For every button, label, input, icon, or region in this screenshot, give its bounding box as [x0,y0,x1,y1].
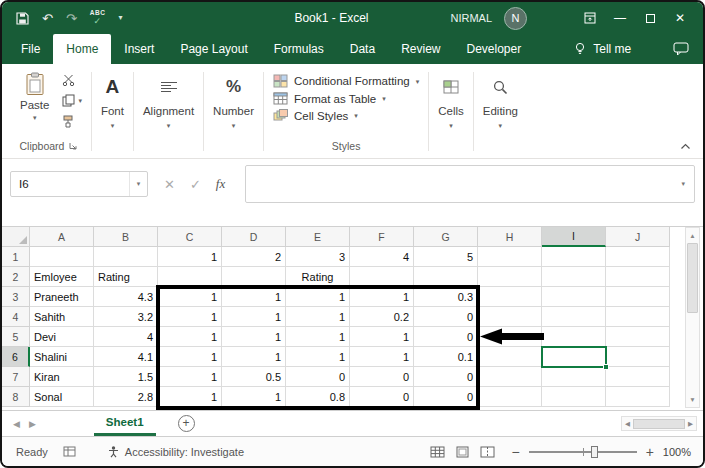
cell-F6[interactable]: 1 [350,347,414,367]
cell-B5[interactable]: 4 [94,327,158,347]
cell-I3[interactable] [542,287,606,307]
save-icon[interactable] [16,12,29,25]
cell-A7[interactable]: Kiran [30,367,94,387]
sheet-nav-right-icon[interactable]: ▶ [29,419,36,429]
column-header-J[interactable]: J [606,227,670,247]
cell-C2[interactable] [158,267,222,287]
cell-D3[interactable]: 1 [222,287,286,307]
fill-handle[interactable] [603,364,609,370]
cell-B7[interactable]: 1.5 [94,367,158,387]
vertical-scrollbar[interactable]: ▲ ▼ [685,227,700,408]
cell-A8[interactable]: Sonal [30,387,94,407]
format-as-table-button[interactable]: Format as Table ▾ [273,92,386,105]
cut-icon[interactable] [62,74,75,86]
cell-E7[interactable]: 0 [286,367,350,387]
cell-D6[interactable]: 1 [222,347,286,367]
tab-developer[interactable]: Developer [454,34,535,64]
cell-A6[interactable]: Shalini [30,347,94,367]
cell-D2[interactable] [222,267,286,287]
tell-me[interactable]: Tell me [574,34,631,64]
scroll-left-icon[interactable]: ◀ [622,420,633,428]
column-header-D[interactable]: D [222,227,286,247]
cell-H3[interactable] [478,287,542,307]
row-header-4[interactable]: 4 [2,307,30,327]
select-all-corner[interactable] [2,227,30,247]
cell-C3[interactable]: 1 [158,287,222,307]
zoom-slider[interactable] [529,445,637,459]
ribbon-display-options-icon[interactable] [575,2,605,34]
column-header-F[interactable]: F [350,227,414,247]
cell-B3[interactable]: 4.3 [94,287,158,307]
cell-C4[interactable]: 1 [158,307,222,327]
cell-B4[interactable]: 3.2 [94,307,158,327]
clipboard-dialog-launcher-icon[interactable] [69,142,77,150]
qat-dropdown-icon[interactable]: ▾ [118,14,122,22]
row-header-8[interactable]: 8 [2,387,30,407]
cell-I7[interactable] [542,367,606,387]
zoom-slider-handle[interactable] [591,446,598,458]
cell-G6[interactable]: 0.1 [414,347,478,367]
accessibility-status[interactable]: Accessibility: Investigate [108,446,244,458]
maximize-button[interactable] [635,2,665,34]
cell-I5[interactable] [542,327,606,347]
cell-G3[interactable]: 0.3 [414,287,478,307]
cell-F3[interactable]: 1 [350,287,414,307]
scroll-down-icon[interactable]: ▼ [686,392,699,407]
close-button[interactable]: ✕ [665,2,695,34]
cell-H1[interactable] [478,247,542,267]
page-layout-view-icon[interactable] [455,446,470,458]
cell-G4[interactable]: 0 [414,307,478,327]
formula-bar-expand-icon[interactable]: ▾ [681,180,685,188]
row-header-2[interactable]: 2 [2,267,30,287]
cell-F7[interactable]: 0 [350,367,414,387]
cell-I8[interactable] [542,387,606,407]
cell-E2[interactable]: Rating [286,267,350,287]
format-painter-icon[interactable] [62,115,74,128]
row-header-1[interactable]: 1 [2,247,30,267]
zoom-out-icon[interactable]: − [511,444,519,460]
cell-B1[interactable] [94,247,158,267]
tab-home[interactable]: Home [53,34,111,64]
column-header-E[interactable]: E [286,227,350,247]
cell-I1[interactable] [542,247,606,267]
cell-F4[interactable]: 0.2 [350,307,414,327]
cell-H6[interactable] [478,347,542,367]
name-box-dropdown-icon[interactable]: ▾ [129,172,147,196]
cell-G1[interactable]: 5 [414,247,478,267]
row-header-3[interactable]: 3 [2,287,30,307]
cell-J5[interactable] [606,327,670,347]
minimize-button[interactable]: — [605,2,635,34]
column-header-I[interactable]: I [542,227,606,247]
sheet-tab-sheet1[interactable]: Sheet1 [94,411,156,436]
row-header-5[interactable]: 5 [2,327,30,347]
cell-J7[interactable] [606,367,670,387]
cell-H8[interactable] [478,387,542,407]
comments-icon[interactable] [673,34,689,64]
spelling-icon[interactable]: ABC ✓ [90,10,106,26]
cell-styles-button[interactable]: Cell Styles ▾ [273,109,358,122]
user-name[interactable]: NIRMAL [450,12,492,24]
cells-group-button[interactable]: Cells ▾ [431,67,471,156]
tab-page-layout[interactable]: Page Layout [167,34,260,64]
insert-function-icon[interactable]: fx [216,176,225,192]
tab-data[interactable]: Data [337,34,388,64]
column-header-H[interactable]: H [478,227,542,247]
avatar[interactable]: N [504,7,527,30]
row-header-6[interactable]: 6 [2,347,30,367]
normal-view-icon[interactable] [430,446,445,458]
name-box[interactable]: I6 ▾ [10,171,148,197]
cell-J8[interactable] [606,387,670,407]
redo-icon[interactable]: ↷ [66,12,77,25]
horizontal-scrollbar-thumb[interactable] [633,419,685,429]
collapse-ribbon-icon[interactable] [680,143,691,150]
paste-button[interactable]: Paste ▾ [15,69,54,128]
cell-A5[interactable]: Devi [30,327,94,347]
font-group-button[interactable]: A Font ▾ [94,67,131,156]
zoom-level[interactable]: 100% [663,446,691,458]
cell-G2[interactable] [414,267,478,287]
cell-J1[interactable] [606,247,670,267]
cell-F2[interactable] [350,267,414,287]
cell-F8[interactable]: 0 [350,387,414,407]
cell-G5[interactable]: 0 [414,327,478,347]
cell-A2[interactable]: Emloyee [30,267,94,287]
